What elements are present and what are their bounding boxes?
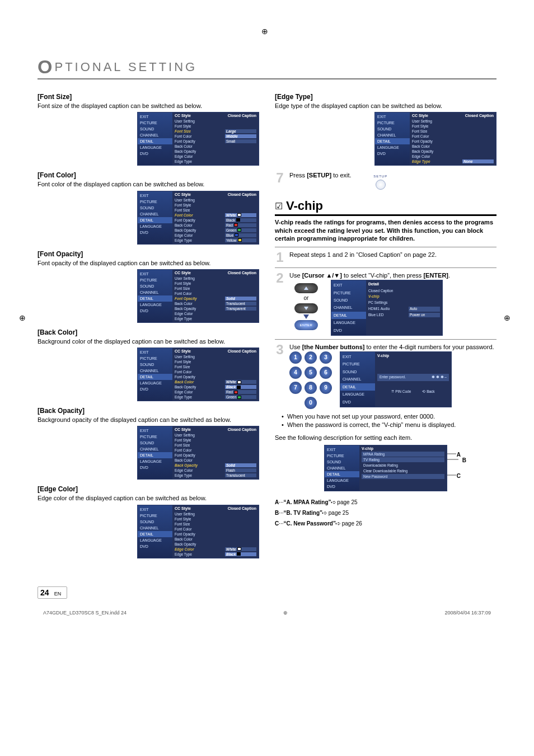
osd-edge-color: EXITPICTURESOUNDCHANNELDETAILLANGUAGEDVD… — [137, 505, 259, 558]
osd-row: Edge TypeYellow — [175, 238, 256, 243]
osd-side-item: DETAIL — [138, 138, 172, 144]
osd-side-item: DVD — [138, 464, 172, 471]
osd-side-item: PICTURE — [138, 277, 172, 283]
osd-side-item: DETAIL — [375, 138, 410, 144]
osd-row: PC Settings — [368, 300, 440, 306]
osd-row: Font SizeLarge — [175, 129, 256, 134]
osd-side-item: LANGUAGE — [138, 458, 172, 464]
osd-side-item: EXIT — [138, 506, 172, 513]
osd-row: Font Style — [175, 124, 256, 129]
osd-row: Font Style — [175, 516, 256, 522]
osd-row: Edge ColorRed — [175, 389, 256, 395]
osd-side-item: LANGUAGE — [138, 144, 172, 151]
crop-mark-top: ⊕ — [261, 27, 273, 38]
osd-row: New Password — [362, 474, 444, 479]
osd-side-item: DVD — [138, 229, 172, 236]
osd-row: Edge Type — [175, 159, 256, 164]
crop-mark-bottom: ⊕ — [283, 610, 288, 616]
osd-row: Edge TypeGreen — [175, 395, 256, 400]
back-color-heading: [Back Color] — [38, 328, 259, 336]
step-1-number: 1 — [275, 251, 285, 264]
osd-side-item: SOUND — [138, 519, 172, 525]
osd-side-item: DVD — [138, 386, 172, 392]
osd-row: Back Opacity — [175, 542, 256, 547]
osd-row: MPAA Rating — [362, 452, 444, 457]
osd-row: Font Size — [175, 364, 256, 369]
osd-side-item: EXIT — [375, 114, 410, 120]
osd-row: ⠿ PIN Code⟲ Back — [377, 389, 449, 395]
osd-row: Edge TypeBlack — [175, 552, 256, 557]
osd-side-item: CHANNEL — [138, 446, 172, 452]
osd-row: Font Size — [175, 286, 256, 291]
or-label: or — [304, 294, 309, 302]
osd-side-item: CHANNEL — [138, 525, 172, 531]
osd-side-item: DETAIL — [331, 312, 366, 319]
osd-side-item: CHANNEL — [340, 375, 375, 383]
osd-side-item: LANGUAGE — [138, 302, 172, 308]
footer-file: A74GDUE_LD370SC8 S_EN.indd 24 — [43, 610, 127, 616]
numpad-key-4: 4 — [289, 367, 302, 379]
osd-row: Font Style — [175, 203, 256, 208]
osd-side-item: DVD — [138, 308, 172, 314]
note-item: When you have not set up your password, … — [282, 412, 496, 421]
osd-side-item: CHANNEL — [138, 368, 172, 374]
numpad-key-6: 6 — [320, 367, 332, 379]
left-column: [Font Size] Font size of the displayed c… — [38, 90, 259, 564]
font-opacity-desc: Font opacity of the displayed caption ca… — [38, 259, 259, 267]
crop-mark-right: ⊕ — [504, 313, 515, 325]
osd-row: V-chip — [368, 294, 440, 300]
vchip-title: V-chip — [286, 199, 323, 213]
osd-row: Downloadable Rating — [362, 463, 444, 468]
font-color-desc: Font color of the displayed caption can … — [38, 180, 259, 188]
osd-row: Edge TypeTranslucent — [175, 473, 256, 478]
numpad-key-5: 5 — [305, 367, 317, 379]
osd-row: Font Color — [175, 448, 256, 453]
osd-row: Clear Downloadable Rating — [362, 468, 444, 473]
osd-side-item: PICTURE — [331, 289, 366, 297]
osd-side-item: EXIT — [138, 349, 172, 355]
osd-side-item: DETAIL — [325, 471, 359, 477]
step-2: 2 Use [Cursor ▲/▼] to select “V-chip”, t… — [275, 271, 496, 336]
osd-row: Font Opacity — [175, 453, 256, 458]
osd-side-item: DVD — [138, 151, 172, 157]
osd-side-item: SOUND — [331, 297, 366, 304]
osd-side-item: LANGUAGE — [138, 380, 172, 386]
osd-side-item: EXIT — [138, 271, 172, 277]
enter-button: ENTER — [294, 320, 318, 330]
osd-row: Back OpacitySolid — [175, 463, 256, 468]
osd-row: Enter password.✱ ✱ ✱ – — [377, 374, 449, 381]
osd-row: Font Color — [175, 527, 256, 532]
edge-color-desc: Edge color of the displayed caption can … — [38, 494, 259, 502]
osd-row: Back OpacityGreen — [175, 228, 256, 233]
osd-side-item: CHANNEL — [325, 465, 359, 471]
osd-row: Font Style — [412, 124, 494, 129]
osd-row: Font Size — [175, 208, 256, 213]
osd-row: Edge Type — [175, 316, 256, 321]
osd-row: TV Rating — [362, 457, 444, 462]
osd-row: Back ColorTranslucent — [175, 301, 256, 306]
osd-row: User Setting — [175, 198, 256, 203]
osd-row: Font Size — [412, 129, 494, 134]
osd-side-item: SOUND — [138, 283, 172, 289]
step-2-number: 2 — [275, 271, 285, 285]
vchip-intro: V-chip reads the ratings for programs, t… — [275, 218, 496, 242]
see-description: See the following description for settin… — [275, 434, 496, 442]
osd-row: User Setting — [175, 511, 256, 516]
setup-button-graphic: SETUP — [368, 174, 394, 191]
osd-side-item: DETAIL — [138, 374, 172, 380]
osd-row: Font Style — [175, 281, 256, 286]
osd-detail: EXITPICTURESOUNDCHANNELDETAILLANGUAGEDVD… — [331, 280, 443, 336]
vchip-heading: ☑ V-chip — [275, 199, 496, 216]
osd-row: Back OpacityTransparent — [175, 306, 256, 311]
osd-side-item: DVD — [340, 398, 375, 406]
osd-side-item: SOUND — [138, 205, 172, 211]
numpad-key-2: 2 — [305, 351, 317, 364]
osd-row: Back Color — [175, 458, 256, 463]
osd-side-item: DETAIL — [340, 383, 375, 391]
osd-side-item: LANGUAGE — [325, 477, 359, 483]
step-3-number: 3 — [275, 343, 285, 356]
osd-side-item: DVD — [331, 327, 366, 334]
osd-side-item: LANGUAGE — [331, 319, 366, 326]
step-7-bold: [SETUP] — [307, 172, 331, 179]
step-3-text-a: Use — [289, 344, 302, 350]
